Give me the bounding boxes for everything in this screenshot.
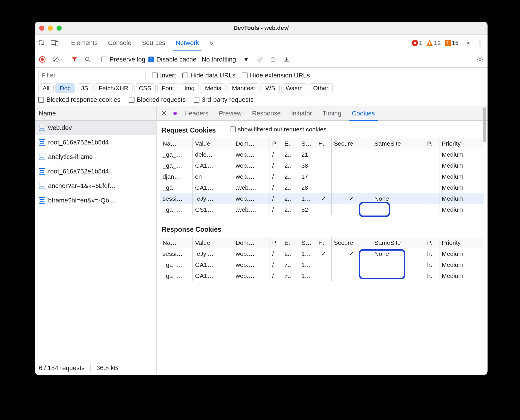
tab-elements[interactable]: Elements xyxy=(66,35,103,51)
scrollbar[interactable] xyxy=(483,106,487,375)
issue-count[interactable]: 15 xyxy=(445,39,459,46)
cookie-column-header[interactable]: SameSite xyxy=(372,138,425,149)
request-detail: ✕ HeadersPreviewResponseInitiatorTimingC… xyxy=(157,106,488,375)
cookie-column-header[interactable]: Priority xyxy=(439,138,484,149)
detail-tab-response[interactable]: Response xyxy=(247,106,286,120)
detail-tab-timing[interactable]: Timing xyxy=(317,106,347,120)
cookie-column-header[interactable]: E. xyxy=(282,237,299,248)
issue-icon xyxy=(445,40,451,46)
cookie-column-header[interactable]: Value xyxy=(192,138,233,149)
download-har-icon[interactable] xyxy=(281,54,292,65)
request-row[interactable]: root_616a752e1b5d4… xyxy=(35,164,156,179)
cookie-row[interactable]: _gaGA1….web.…/2..28Medium xyxy=(160,182,484,193)
detail-tab-headers[interactable]: Headers xyxy=(179,106,214,120)
network-conditions-icon[interactable] xyxy=(254,54,265,65)
filter-type-js[interactable]: JS xyxy=(77,83,93,93)
cookie-column-header[interactable]: S… xyxy=(299,138,316,149)
request-row[interactable]: web.dev xyxy=(35,121,156,135)
settings-gear-icon[interactable] xyxy=(463,38,473,48)
filter-type-media[interactable]: Media xyxy=(201,83,226,93)
filter-type-img[interactable]: Img xyxy=(180,83,199,93)
filter-type-fetchxhr[interactable]: Fetch/XHR xyxy=(94,83,133,93)
cookie-column-header[interactable]: E. xyxy=(282,138,299,149)
blocked-requests-checkbox[interactable]: Blocked requests xyxy=(129,96,186,104)
request-row[interactable]: root_616a752e1b5d4… xyxy=(35,135,156,150)
cookie-column-header[interactable]: Na… xyxy=(160,138,193,149)
tab-sources[interactable]: Sources xyxy=(137,35,170,51)
cookie-column-header[interactable]: Priority xyxy=(439,237,484,248)
request-row[interactable]: bframe?hl=en&v=-Qb… xyxy=(35,193,156,208)
filter-type-css[interactable]: CSS xyxy=(134,83,156,93)
hide-data-urls-checkbox[interactable]: Hide data URLs xyxy=(182,72,235,79)
filter-type-all[interactable]: All xyxy=(38,83,54,93)
filter-type-wasm[interactable]: Wasm xyxy=(281,83,307,93)
inspect-icon[interactable] xyxy=(37,38,48,48)
cookie-column-header[interactable]: S… xyxy=(299,237,316,248)
cookie-row[interactable]: _ga_…GA1…web.…/2..38Medium xyxy=(160,160,484,171)
search-icon[interactable] xyxy=(83,54,93,65)
document-icon xyxy=(39,183,45,189)
cookie-column-header[interactable]: P xyxy=(270,138,282,149)
filter-type-other[interactable]: Other xyxy=(309,83,333,93)
warning-count[interactable]: 12 xyxy=(426,39,441,46)
record-button[interactable] xyxy=(37,54,48,65)
throttling-select[interactable]: No throttling ▼ xyxy=(199,55,252,64)
clear-button[interactable] xyxy=(50,54,61,65)
more-tabs-icon[interactable]: » xyxy=(206,38,217,48)
close-window-button[interactable] xyxy=(39,26,44,31)
cookie-column-header[interactable]: Dom… xyxy=(233,138,270,149)
filter-type-manifest[interactable]: Manifest xyxy=(228,83,259,93)
cookie-column-header[interactable]: P. xyxy=(425,237,439,248)
blocked-cookies-checkbox[interactable]: Blocked response cookies xyxy=(38,96,121,104)
request-row[interactable]: analytics-iframe xyxy=(35,150,156,164)
request-list: Name web.devroot_616a752e1b5d4…analytics… xyxy=(35,106,157,375)
filter-input[interactable] xyxy=(38,70,146,81)
device-toggle-icon[interactable] xyxy=(49,38,60,48)
cookie-column-header[interactable]: Secure xyxy=(331,237,372,248)
cookie-column-header[interactable]: H. xyxy=(316,237,331,248)
detail-tab-preview[interactable]: Preview xyxy=(214,106,247,120)
response-cookies-table: Na…ValueDom…PE.S…H.SecureSameSiteP.Prior… xyxy=(160,237,484,281)
tab-console[interactable]: Console xyxy=(103,35,137,51)
cookie-row[interactable]: djan…enweb.…/2..17Medium xyxy=(160,171,484,182)
close-detail-icon[interactable]: ✕ xyxy=(158,109,170,118)
cookie-column-header[interactable]: SameSite xyxy=(372,237,425,248)
cookie-row[interactable]: _ga_…GS1….web.…/2..52Medium xyxy=(160,204,484,215)
divider xyxy=(63,39,63,47)
kebab-menu-icon[interactable]: ⋮ xyxy=(475,38,485,48)
request-cookies-heading: Request Cookies xyxy=(157,121,221,138)
network-settings-gear-icon[interactable] xyxy=(475,54,485,65)
cookie-column-header[interactable]: P. xyxy=(425,138,439,149)
filter-type-doc[interactable]: Doc xyxy=(55,83,75,93)
detail-tab-cookies[interactable]: Cookies xyxy=(347,106,380,120)
cookie-column-header[interactable]: H. xyxy=(316,138,331,149)
preserve-log-checkbox[interactable]: Preserve log xyxy=(101,56,146,63)
cookie-row[interactable]: _ga_…GA1…web.…/7..1…h..Medium xyxy=(160,270,484,281)
tab-network[interactable]: Network xyxy=(170,35,204,51)
filter-type-font[interactable]: Font xyxy=(157,83,178,93)
minimize-window-button[interactable] xyxy=(48,26,53,31)
cookie-column-header[interactable]: Value xyxy=(192,237,233,248)
invert-checkbox[interactable]: Invert xyxy=(152,72,176,79)
cookie-row[interactable]: _ga_…dele…web.…/2..21Medium xyxy=(160,149,484,160)
maximize-window-button[interactable] xyxy=(57,26,62,31)
detail-tab-initiator[interactable]: Initiator xyxy=(286,106,317,120)
cookie-row[interactable]: _ga_…GA1…web.…/7..1…h..Medium xyxy=(160,259,484,270)
cookie-row[interactable]: sessi….eJyl…web.…/2..1…✓✓NoneMedium xyxy=(160,193,484,204)
cookie-row[interactable]: sessi….eJyl…web.…/2..1…✓✓Noneh..Medium xyxy=(160,248,484,259)
error-count[interactable]: 1 xyxy=(412,39,423,46)
filter-icon[interactable] xyxy=(69,54,80,65)
upload-har-icon[interactable] xyxy=(268,54,278,65)
hide-extension-urls-checkbox[interactable]: Hide extension URLs xyxy=(242,72,310,79)
disable-cache-checkbox[interactable]: Disable cache xyxy=(148,56,197,63)
filter-type-ws[interactable]: WS xyxy=(261,83,280,93)
cookie-column-header[interactable]: Dom… xyxy=(233,237,270,248)
name-column-header[interactable]: Name xyxy=(35,106,156,121)
cookie-column-header[interactable]: Na… xyxy=(160,237,193,248)
cookie-column-header[interactable]: P xyxy=(270,237,282,248)
show-filtered-cookies-checkbox[interactable]: show filtered out request cookies xyxy=(230,126,327,133)
request-row[interactable]: anchor?ar=1&k=6Lfqf… xyxy=(35,179,156,193)
cookie-column-header[interactable]: Secure xyxy=(331,138,372,149)
third-party-checkbox[interactable]: 3rd-party requests xyxy=(194,96,254,104)
document-icon xyxy=(39,125,45,131)
